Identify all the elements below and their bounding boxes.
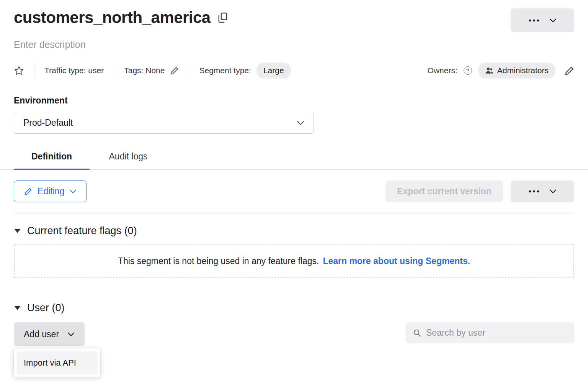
pencil-icon: [24, 187, 32, 195]
segment-type-item: Segment type: Large: [199, 62, 291, 79]
help-icon[interactable]: ?: [464, 66, 472, 75]
owners-badge[interactable]: Administrators: [478, 62, 555, 79]
add-user-button[interactable]: Add user: [14, 322, 85, 346]
ellipsis-icon: [529, 19, 539, 22]
chevron-down-icon: [549, 18, 557, 23]
search-icon: [413, 328, 421, 337]
collapse-caret-icon[interactable]: [14, 305, 21, 310]
environment-section: Environment Prod-Default: [14, 95, 574, 134]
header-more-button[interactable]: [511, 8, 574, 32]
add-user-dropdown-menu: Import via API: [14, 348, 100, 377]
segment-detail-page: customers_north_america Enter descriptio…: [0, 0, 588, 346]
chevron-down-icon: [70, 190, 76, 194]
export-current-version-button[interactable]: Export current version: [385, 181, 503, 202]
tab-definition[interactable]: Definition: [14, 149, 90, 170]
user-search-box: [406, 322, 574, 343]
divider: [34, 63, 34, 78]
owners-group: Owners: ? Administrators: [428, 62, 574, 79]
feature-flags-section-title: Current feature flags (0): [27, 225, 137, 237]
definition-toolbar: Editing Export current version: [14, 181, 574, 202]
environment-select[interactable]: Prod-Default: [14, 112, 314, 134]
user-section-title: User (0): [27, 302, 65, 314]
meta-row: Traffic type: user Tags: None Segment ty…: [14, 62, 574, 79]
description-input[interactable]: Enter description: [14, 39, 574, 50]
editing-button[interactable]: Editing: [14, 181, 87, 202]
ellipsis-icon: [529, 190, 539, 193]
chevron-down-icon: [67, 332, 75, 336]
environment-label: Environment: [14, 95, 574, 106]
editing-label: Editing: [38, 186, 64, 197]
segment-type-label: Segment type:: [199, 66, 251, 75]
environment-selected-value: Prod-Default: [23, 118, 73, 128]
edit-owners-icon[interactable]: [565, 66, 574, 75]
chevron-down-icon: [297, 121, 304, 125]
divider: [189, 63, 189, 78]
owners-value: Administrators: [497, 66, 549, 75]
empty-state-text: This segment is not being used in any fe…: [118, 256, 319, 266]
segment-type-badge: Large: [256, 62, 291, 79]
page-title: customers_north_america: [14, 8, 211, 27]
owners-label: Owners:: [428, 66, 457, 75]
toolbar-more-button[interactable]: [511, 181, 574, 202]
star-icon[interactable]: [14, 66, 24, 76]
header: customers_north_america: [14, 8, 574, 32]
tags-item: Tags: None: [124, 66, 179, 75]
chevron-down-icon: [549, 189, 557, 194]
tab-audit-logs[interactable]: Audit logs: [91, 149, 165, 170]
collapse-caret-icon[interactable]: [14, 228, 21, 233]
add-user-label: Add user: [24, 329, 59, 340]
divider: [114, 63, 114, 78]
feature-flags-section: Current feature flags (0) This segment i…: [14, 225, 574, 278]
copy-name-icon[interactable]: [218, 12, 227, 23]
menu-item-import-via-api[interactable]: Import via API: [17, 351, 97, 374]
divider: [14, 213, 574, 213]
tags-label: Tags: None: [124, 66, 165, 75]
user-search-input[interactable]: [426, 328, 567, 338]
feature-flags-empty-state: This segment is not being used in any fe…: [14, 244, 574, 278]
tab-bar: Definition Audit logs: [0, 149, 588, 170]
traffic-type-label: Traffic type: user: [44, 66, 104, 75]
user-section: User (0) Add user Import via API: [14, 302, 574, 346]
people-icon: [485, 67, 493, 74]
edit-tags-icon[interactable]: [170, 66, 179, 75]
learn-more-link[interactable]: Learn more about using Segments.: [323, 256, 470, 266]
